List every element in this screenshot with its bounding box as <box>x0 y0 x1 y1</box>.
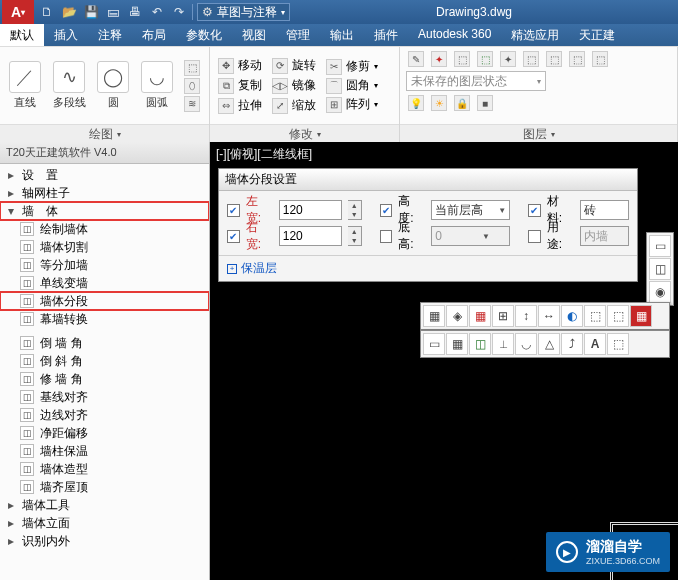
tree-item-10[interactable]: ◫倒 斜 角 <box>0 352 209 370</box>
tab-default[interactable]: 默认 <box>0 24 44 46</box>
tbtn-b8[interactable]: A <box>584 333 606 355</box>
tab-tangent[interactable]: 天正建 <box>569 24 625 46</box>
tbtn-a6[interactable]: ↔ <box>538 305 560 327</box>
tab-plugins[interactable]: 插件 <box>364 24 408 46</box>
layer-toggle-4[interactable]: ■ <box>475 95 495 111</box>
tab-insert[interactable]: 插入 <box>44 24 88 46</box>
tree-item-7[interactable]: ◫墙体分段 <box>0 292 209 310</box>
tree-item-2[interactable]: ▾墙 体 <box>0 202 209 220</box>
leftwidth-input[interactable]: 120 <box>279 200 342 220</box>
tbtn-a1[interactable]: ▦ <box>423 305 445 327</box>
tbtn-b1[interactable]: ▭ <box>423 333 445 355</box>
qat-undo-icon[interactable]: ↶ <box>148 3 166 21</box>
modify-scale[interactable]: ⤢缩放 <box>270 97 318 115</box>
qat-open-icon[interactable]: 📂 <box>60 3 78 21</box>
draw-circle-button[interactable]: ◯圆 <box>94 61 132 110</box>
tree-item-4[interactable]: ◫墙体切割 <box>0 238 209 256</box>
tree-item-0[interactable]: ▸设 置 <box>0 166 209 184</box>
tbtn-a8[interactable]: ⬚ <box>584 305 606 327</box>
tbtn-b4[interactable]: ⟂ <box>492 333 514 355</box>
material-select[interactable]: 砖 <box>580 200 629 220</box>
tab-view[interactable]: 视图 <box>232 24 276 46</box>
tbtn-a7[interactable]: ◐ <box>561 305 583 327</box>
tree-item-15[interactable]: ◫墙柱保温 <box>0 442 209 460</box>
modify-mirror[interactable]: ◁▷镜像 <box>270 77 318 95</box>
qat-saveas-icon[interactable]: 🖴 <box>104 3 122 21</box>
modify-stretch[interactable]: ⇔拉伸 <box>216 97 264 115</box>
panel-draw-title[interactable]: 绘图▾ <box>0 124 209 142</box>
tbtn-b6[interactable]: △ <box>538 333 560 355</box>
layer-btn-1[interactable]: ✎ <box>406 51 426 67</box>
bottom-select[interactable]: 0▼ <box>431 226 510 246</box>
tree-item-8[interactable]: ◫幕墙转换 <box>0 310 209 328</box>
bottom-checkbox[interactable] <box>380 230 393 243</box>
tree-item-1[interactable]: ▸轴网柱子 <box>0 184 209 202</box>
layer-btn-2[interactable]: ✦ <box>429 51 449 67</box>
tree-item-16[interactable]: ◫墙体造型 <box>0 460 209 478</box>
view-label[interactable]: [-][俯视][二维线框] <box>216 146 312 163</box>
tree-item-19[interactable]: ▸墙体立面 <box>0 514 209 532</box>
tbtn-b7[interactable]: ⤴ <box>561 333 583 355</box>
usage-checkbox[interactable] <box>528 230 541 243</box>
layer-toggle-1[interactable]: 💡 <box>406 95 426 111</box>
tab-featured[interactable]: 精选应用 <box>501 24 569 46</box>
layer-btn-5[interactable]: ✦ <box>498 51 518 67</box>
modify-rotate[interactable]: ⟳旋转 <box>270 57 318 75</box>
layer-btn-9[interactable]: ⬚ <box>590 51 610 67</box>
material-checkbox[interactable] <box>528 204 541 217</box>
tab-a360[interactable]: Autodesk 360 <box>408 24 501 46</box>
tbtn-r2[interactable]: ◫ <box>649 258 671 280</box>
qat-redo-icon[interactable]: ↷ <box>170 3 188 21</box>
tbtn-r1[interactable]: ▭ <box>649 235 671 257</box>
panel-modify-title[interactable]: 修改▾ <box>210 124 399 142</box>
draw-extra-1[interactable]: ⬚ <box>182 60 202 76</box>
draw-extra-2[interactable]: ⬯ <box>182 78 202 94</box>
qat-print-icon[interactable]: 🖶 <box>126 3 144 21</box>
tree-item-3[interactable]: ◫绘制墙体 <box>0 220 209 238</box>
qat-new-icon[interactable]: 🗋 <box>38 3 56 21</box>
tbtn-b3[interactable]: ◫ <box>469 333 491 355</box>
tab-output[interactable]: 输出 <box>320 24 364 46</box>
tree-item-6[interactable]: ◫单线变墙 <box>0 274 209 292</box>
tab-parametric[interactable]: 参数化 <box>176 24 232 46</box>
tree-item-20[interactable]: ▸识别内外 <box>0 532 209 550</box>
height-select[interactable]: 当前层高▼ <box>431 200 510 220</box>
tree-item-11[interactable]: ◫修 墙 角 <box>0 370 209 388</box>
draw-arc-button[interactable]: ◡圆弧 <box>138 61 176 110</box>
tbtn-b9[interactable]: ⬚ <box>607 333 629 355</box>
qat-save-icon[interactable]: 💾 <box>82 3 100 21</box>
workspace-combo[interactable]: ⚙ 草图与注释 ▾ <box>197 3 290 21</box>
layer-toggle-2[interactable]: ☀ <box>429 95 449 111</box>
dialog-title[interactable]: 墙体分段设置 <box>219 169 637 191</box>
layer-btn-3[interactable]: ⬚ <box>452 51 472 67</box>
usage-select[interactable]: 内墙 <box>580 226 629 246</box>
tbtn-b5[interactable]: ◡ <box>515 333 537 355</box>
insulation-link[interactable]: +保温层 <box>227 260 629 277</box>
tree-item-18[interactable]: ▸墙体工具 <box>0 496 209 514</box>
tbtn-r3[interactable]: ◉ <box>649 281 671 303</box>
rightwidth-checkbox[interactable] <box>227 230 240 243</box>
tab-annotate[interactable]: 注释 <box>88 24 132 46</box>
tree-item-12[interactable]: ◫基线对齐 <box>0 388 209 406</box>
tbtn-b2[interactable]: ▦ <box>446 333 468 355</box>
layer-btn-8[interactable]: ⬚ <box>567 51 587 67</box>
modify-fillet[interactable]: ⌒圆角 ▾ <box>324 77 380 94</box>
panel-layers-title[interactable]: 图层▾ <box>400 124 677 142</box>
layer-btn-4[interactable]: ⬚ <box>475 51 495 67</box>
tab-manage[interactable]: 管理 <box>276 24 320 46</box>
app-menu-button[interactable]: A▾ <box>2 0 34 24</box>
tbtn-a2[interactable]: ◈ <box>446 305 468 327</box>
rightwidth-spinner[interactable]: ▲▼ <box>348 226 362 246</box>
tree-item-14[interactable]: ◫净距偏移 <box>0 424 209 442</box>
tree-item-17[interactable]: ◫墙齐屋顶 <box>0 478 209 496</box>
leftwidth-spinner[interactable]: ▲▼ <box>348 200 362 220</box>
layer-toggle-3[interactable]: 🔒 <box>452 95 472 111</box>
tab-layout[interactable]: 布局 <box>132 24 176 46</box>
leftwidth-checkbox[interactable] <box>227 204 240 217</box>
tbtn-a4[interactable]: ⊞ <box>492 305 514 327</box>
draw-line-button[interactable]: ／直线 <box>6 61 44 110</box>
tbtn-a3[interactable]: ▦ <box>469 305 491 327</box>
draw-extra-3[interactable]: ≋ <box>182 96 202 112</box>
modify-trim[interactable]: ✂修剪 ▾ <box>324 58 380 75</box>
modify-array[interactable]: ⊞阵列 ▾ <box>324 96 380 113</box>
